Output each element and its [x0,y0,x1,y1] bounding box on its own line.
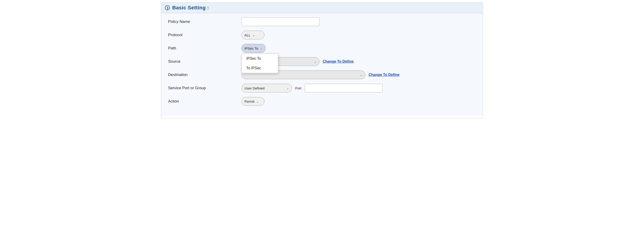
path-select[interactable]: IPSec To ⌄ [242,44,266,53]
section-header: ❯ Basic Setting : [161,2,483,13]
destination-row: Destination ⌄ Change To Define [168,70,476,79]
source-change-link[interactable]: Change To Define [323,59,354,64]
service-port-chevron-icon: ⌄ [286,87,289,90]
path-control: IPSec To ⌄ IPSec To To IPSec [242,44,266,53]
path-option-ipsec-to[interactable]: IPSec To [242,54,278,63]
chevron-right-icon[interactable]: ❯ [165,5,170,10]
section-title: Basic Setting : [172,5,209,11]
action-label: Action [168,99,242,104]
policy-name-input[interactable] [242,17,320,26]
destination-change-link[interactable]: Change To Define [368,73,400,77]
service-port-value: User Defined [244,86,265,90]
policy-name-control [242,17,320,26]
policy-name-row: Policy Name [168,17,476,26]
destination-chevron-icon: ⌄ [360,73,362,77]
action-value: Permit [244,100,254,104]
port-input[interactable] [305,84,383,93]
protocol-label: Protocol [168,33,242,37]
path-option-to-ipsec[interactable]: To IPSec [242,63,278,73]
form-body: Policy Name Protocol ALL ⌄ Path IPSec To… [161,13,483,116]
destination-label: Destination [168,73,242,77]
service-port-row: Service Port or Group User Defined ⌄ Por… [168,84,476,93]
action-chevron-icon: ⌄ [256,100,259,103]
source-label: Source [168,59,242,64]
service-port-select[interactable]: User Defined ⌄ [242,84,292,93]
protocol-control: ALL ⌄ [242,31,264,39]
protocol-chevron-icon: ⌄ [252,33,255,37]
service-port-control: User Defined ⌄ Port [242,84,383,93]
policy-name-label: Policy Name [168,19,242,24]
action-row: Action Permit ⌄ [168,97,476,106]
protocol-row: Protocol ALL ⌄ [168,31,476,39]
protocol-value: ALL [244,33,251,37]
path-label: Path [168,46,242,51]
source-row: Source ⌄ Change To Define [168,57,476,66]
main-container: ❯ Basic Setting : Policy Name Protocol A… [161,2,483,118]
service-port-label: Service Port or Group [168,86,242,90]
path-row: Path IPSec To ⌄ IPSec To To IPSec [168,44,476,53]
port-label: Port [295,86,302,90]
protocol-select[interactable]: ALL ⌄ [242,31,264,39]
action-control: Permit ⌄ [242,97,264,106]
path-value: IPSec To [244,46,258,50]
source-chevron-icon: ⌄ [314,60,316,63]
path-chevron-icon: ⌄ [260,47,262,50]
path-dropdown-popup: IPSec To To IPSec [242,54,278,73]
action-select[interactable]: Permit ⌄ [242,97,264,106]
